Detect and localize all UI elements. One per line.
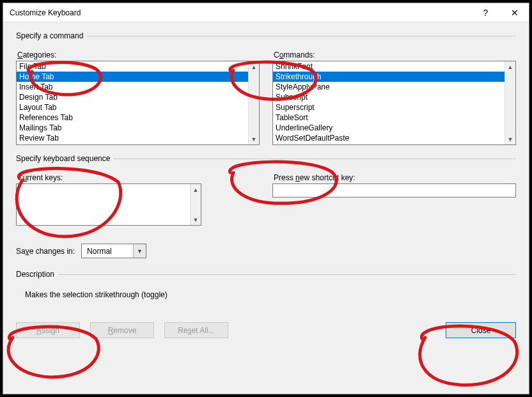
list-item[interactable]: File Tab	[17, 61, 248, 72]
list-item[interactable]: Superscript	[273, 102, 505, 113]
remove-button[interactable]: Remove	[90, 322, 154, 338]
close-icon[interactable]: ✕	[500, 3, 529, 22]
list-item[interactable]: WordSetDefaultPaste	[273, 133, 505, 143]
save-changes-value: Normal	[82, 244, 133, 258]
list-item[interactable]: Mailings Tab	[17, 123, 248, 133]
list-item[interactable]: UnderlineGallery	[273, 123, 505, 133]
scroll-down-icon[interactable]: ▼	[505, 134, 515, 144]
close-button[interactable]: Close	[446, 322, 516, 338]
new-shortcut-input[interactable]	[272, 183, 516, 198]
list-item[interactable]: Review Tab	[17, 133, 248, 143]
current-keys-label: Current keys:	[17, 173, 260, 182]
list-item[interactable]: Insert Tab	[17, 82, 248, 92]
list-item[interactable]: Design Tab	[17, 92, 248, 102]
scroll-down-icon[interactable]: ▼	[249, 134, 259, 144]
save-changes-combo[interactable]: Normal ▼	[81, 244, 146, 258]
save-changes-row: Save changes in: Normal ▼	[16, 244, 516, 258]
customize-keyboard-dialog: Customize Keyboard ? ✕ Specify a command…	[3, 3, 529, 394]
save-changes-label: Save changes in:	[16, 247, 75, 256]
button-row: Assign Remove Reset All... Close	[16, 322, 516, 338]
current-keys-scrollbar[interactable]: ▲ ▼	[190, 184, 201, 225]
commands-label: Commands:	[274, 51, 516, 59]
scroll-up-icon[interactable]: ▲	[249, 61, 259, 72]
chevron-down-icon[interactable]: ▼	[133, 244, 146, 258]
list-item[interactable]: Strikethrough	[273, 72, 505, 82]
scroll-up-icon[interactable]: ▲	[505, 61, 515, 72]
group-description-legend: Description	[16, 270, 58, 279]
categories-label: Categories:	[17, 51, 260, 59]
scroll-down-icon[interactable]: ▼	[191, 214, 201, 225]
categories-listbox[interactable]: File TabHome TabInsert TabDesign TabLayo…	[16, 61, 260, 145]
group-specify-sequence: Specify keyboard sequence Current keys: …	[16, 154, 516, 226]
list-item[interactable]: StyleApplyPane	[273, 82, 505, 92]
group-description: Description Makes the selection striketh…	[16, 270, 516, 299]
group-specify-sequence-legend: Specify keyboard sequence	[16, 154, 114, 163]
titlebar: Customize Keyboard ? ✕	[3, 3, 529, 22]
description-text: Makes the selection strikethrough (toggl…	[25, 290, 516, 299]
list-item[interactable]: Home Tab	[17, 72, 248, 82]
list-item[interactable]: TableSort	[273, 113, 505, 123]
scroll-up-icon[interactable]: ▲	[191, 184, 201, 195]
press-new-shortcut-label: Press new shortcut key:	[274, 173, 516, 182]
list-item[interactable]: ShrinkFont	[273, 61, 505, 72]
reset-all-button[interactable]: Reset All...	[164, 322, 228, 338]
current-keys-listbox[interactable]: ▲ ▼	[16, 183, 201, 226]
list-item[interactable]: References Tab	[17, 113, 248, 123]
help-button[interactable]: ?	[471, 3, 500, 22]
group-specify-command-legend: Specify a command	[16, 31, 87, 40]
categories-scrollbar[interactable]: ▲ ▼	[248, 61, 259, 144]
list-item[interactable]: Layout Tab	[17, 102, 248, 113]
group-specify-command: Specify a command Categories: File TabHo…	[16, 31, 516, 145]
commands-listbox[interactable]: ShrinkFontStrikethroughStyleApplyPaneSub…	[272, 61, 516, 145]
dialog-body: Specify a command Categories: File TabHo…	[3, 22, 529, 348]
assign-button[interactable]: Assign	[16, 322, 80, 338]
dialog-title: Customize Keyboard	[10, 8, 471, 17]
list-item[interactable]: Subscript	[273, 92, 505, 102]
commands-scrollbar[interactable]: ▲ ▼	[505, 61, 515, 144]
